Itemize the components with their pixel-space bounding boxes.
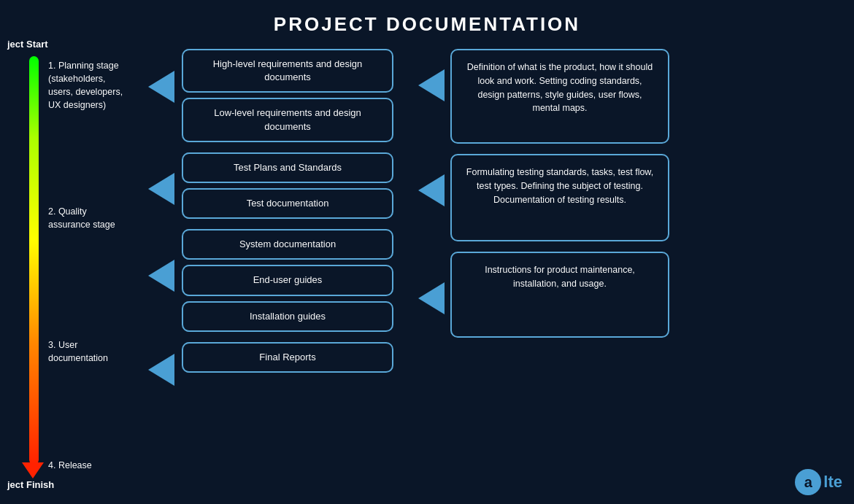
project-start-label: ject Start <box>7 39 48 50</box>
middle-column: High-level requirements and design docum… <box>148 36 415 497</box>
arrow-left-1 <box>148 71 174 103</box>
arrow-left-3 <box>148 260 174 292</box>
doc-group-1: High-level requirements and design docum… <box>148 49 415 142</box>
desc-group-3: Instructions for product maintenance, in… <box>418 252 669 338</box>
doc-box-3-3: Installation guides <box>182 301 393 332</box>
arrow-right-to-left-3 <box>418 282 445 314</box>
doc-boxes-4: Final Reports <box>182 342 393 373</box>
group3-arrow-row: System documentation End-user guides Ins… <box>148 229 415 332</box>
page-container: PROJECT DOCUMENTATION ject Start ject Fi… <box>0 0 854 504</box>
doc-box-2-2: Test documentation <box>182 188 393 219</box>
arrow-right-to-left-1 <box>418 69 445 101</box>
stage-2-label: 2. Quality assurance stage <box>48 205 115 231</box>
desc-group-1: Definition of what is the product, how i… <box>418 49 669 144</box>
group1-arrow-row: High-level requirements and design docum… <box>148 49 415 142</box>
arrow-left-2 <box>148 173 174 205</box>
timeline-bar <box>29 56 39 465</box>
desc-box-2: Formulating testing standards, tasks, te… <box>450 154 669 241</box>
stage-1-label: 1. Planning stage (stakeholders, users, … <box>48 59 123 112</box>
doc-box-1-2: Low-level requirements and design docume… <box>182 98 393 141</box>
logo-text: lte <box>823 473 842 492</box>
main-layout: ject Start ject Finish 1. Planning stage… <box>0 36 854 497</box>
doc-box-4-1: Final Reports <box>182 342 393 373</box>
doc-box-1-1: High-level requirements and design docum… <box>182 49 393 93</box>
page-title: PROJECT DOCUMENTATION <box>0 0 854 36</box>
desc-box-3: Instructions for product maintenance, in… <box>450 252 669 338</box>
project-finish-label: ject Finish <box>7 479 54 490</box>
desc-box-1: Definition of what is the product, how i… <box>450 49 669 144</box>
stage-4-label: 4. Release <box>48 459 92 472</box>
group4-arrow-row: Final Reports <box>148 342 415 386</box>
logo-area: a lte <box>795 469 842 495</box>
arrow-right-to-left-2 <box>418 174 445 206</box>
desc-group-2: Formulating testing standards, tasks, te… <box>418 154 669 241</box>
doc-boxes-3: System documentation End-user guides Ins… <box>182 229 393 332</box>
doc-boxes-1: High-level requirements and design docum… <box>182 49 393 142</box>
arrow-left-4 <box>148 354 174 386</box>
doc-box-3-2: End-user guides <box>182 265 393 295</box>
doc-box-2-1: Test Plans and Standards <box>182 152 393 183</box>
group2-arrow-row: Test Plans and Standards Test documentat… <box>148 152 415 219</box>
timeline-arrow <box>22 462 44 478</box>
right-column: Definition of what is the product, how i… <box>418 36 696 497</box>
doc-boxes-2: Test Plans and Standards Test documentat… <box>182 152 393 219</box>
doc-box-3-1: System documentation <box>182 229 393 260</box>
doc-group-3: System documentation End-user guides Ins… <box>148 229 415 332</box>
doc-group-4: Final Reports <box>148 342 415 386</box>
logo-circle: a <box>795 469 821 495</box>
doc-group-2: Test Plans and Standards Test documentat… <box>148 152 415 219</box>
left-column: ject Start ject Finish 1. Planning stage… <box>6 36 148 497</box>
stage-3-label: 3. User documentation <box>48 338 108 365</box>
